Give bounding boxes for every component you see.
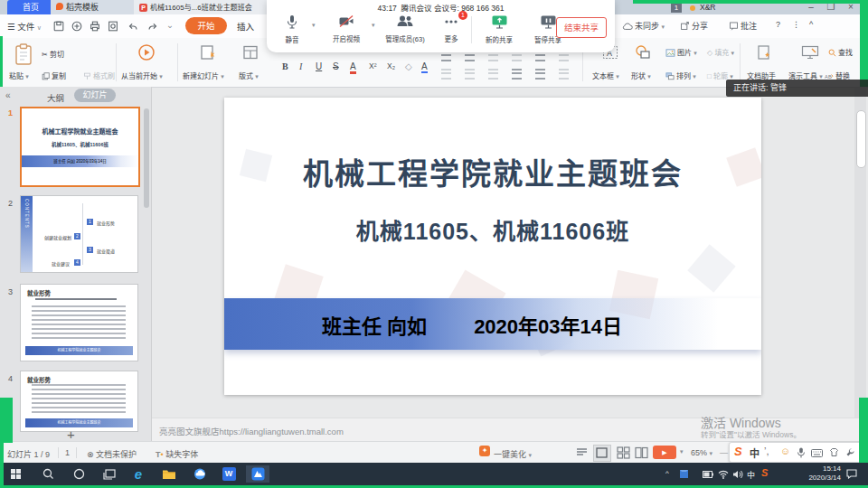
add-slide-button[interactable]: + — [67, 427, 75, 442]
mic-options-caret[interactable]: ▾ — [312, 22, 316, 29]
cloud-sync-button[interactable]: 未同步 ▾ — [622, 20, 665, 32]
pinyin-button[interactable]: A — [421, 61, 428, 73]
notes-view-icon[interactable] — [575, 446, 589, 459]
beautify-button[interactable]: 一键美化 ▾ — [494, 448, 532, 460]
slide-subtitle-text[interactable]: 机械11605、机械11606班 — [224, 213, 761, 246]
layout-button[interactable]: 版式 ▾ — [239, 70, 259, 80]
arrange-button[interactable]: 排列 ▾ — [665, 70, 696, 80]
play-from-current-button[interactable]: 从当前开始 ▾ — [121, 70, 163, 80]
superscript-button[interactable]: X² — [369, 61, 377, 70]
skin-icon[interactable] — [829, 447, 839, 457]
ribbon-tab-start[interactable]: 开始 — [185, 17, 227, 34]
subscript-button[interactable]: X₂ — [387, 61, 395, 70]
print-preview-icon[interactable] — [107, 20, 119, 33]
paste-icon[interactable] — [13, 42, 34, 66]
toolbar-more-caret[interactable]: ⌄ — [166, 20, 174, 30]
edge-button[interactable]: e — [127, 465, 150, 483]
emoji-icon[interactable]: ☺ — [780, 446, 790, 456]
shapes-icon[interactable] — [635, 44, 651, 61]
copy-button[interactable]: 复制 — [42, 70, 66, 80]
protect-status[interactable]: ⊗ 文档未保护 — [87, 448, 137, 460]
strikethrough-button[interactable]: S — [333, 61, 339, 71]
play-caret[interactable]: ▾ — [680, 448, 684, 455]
mute-button[interactable]: 静音 — [274, 14, 310, 44]
voice-input-icon[interactable] — [797, 447, 806, 458]
notification-center-button[interactable] — [843, 465, 861, 483]
slide-footer-bar[interactable]: 班主任 向如 2020年03年14日 — [224, 298, 761, 350]
paste-button[interactable]: 粘贴 ▾ — [9, 70, 29, 80]
ime-indicator[interactable]: 中 — [747, 469, 755, 481]
zoom-level[interactable]: 65% ▾ — [691, 448, 712, 457]
zoom-out-button[interactable]: — — [720, 448, 728, 457]
align-right-icon[interactable] — [488, 69, 498, 80]
paragraph-more-icon[interactable] — [559, 69, 569, 80]
tab-outline[interactable]: 大纲 — [47, 91, 64, 104]
shapes-button[interactable]: 形状 ▾ — [631, 70, 651, 80]
print-icon[interactable] — [89, 20, 101, 33]
columns-icon[interactable] — [535, 69, 545, 80]
comment-button[interactable]: 批注 — [729, 20, 757, 32]
wifi-tray-button[interactable] — [716, 465, 731, 483]
align-left-icon[interactable] — [441, 69, 451, 80]
tab-document[interactable]: P机械11605与...6班就业主题班会 — [134, 0, 282, 14]
cut-button[interactable]: ✂ 剪切 — [42, 49, 64, 59]
ad-text[interactable]: 亮亮图文旗舰店https://liangliangtuwen.tmall.com — [159, 425, 344, 437]
slide-title-text[interactable]: 机械工程学院就业主题班会 — [224, 150, 761, 193]
taskbar-clock[interactable]: 15:142020/3/14 — [788, 465, 841, 483]
manage-members-button[interactable]: 管理成员(63) — [377, 14, 433, 43]
search-button[interactable] — [36, 465, 60, 483]
ribbon-tab-insert[interactable]: 插入 — [237, 20, 254, 33]
toolbox-wrench-icon[interactable] — [845, 447, 855, 457]
picture-button[interactable]: 图片 ▾ — [665, 47, 697, 57]
canvas-scrollbar[interactable] — [854, 87, 866, 418]
keyboard-icon[interactable] — [811, 449, 823, 457]
sogou-logo[interactable]: S — [734, 445, 742, 458]
textbox-button[interactable]: 文本框 ▾ — [592, 70, 619, 80]
help-button[interactable]: ? — [776, 20, 780, 29]
ime-mode-chinese[interactable]: 中 — [750, 446, 760, 460]
undo-icon[interactable] — [127, 20, 139, 33]
underline-button[interactable]: U — [316, 61, 322, 71]
split-view-icon[interactable] — [635, 446, 648, 459]
canvas-scrollbar-thumb[interactable] — [856, 110, 866, 168]
find-button[interactable]: 查找 — [828, 47, 853, 57]
clear-format-button[interactable]: ◇ — [405, 61, 412, 71]
file-explorer-button[interactable] — [157, 465, 181, 483]
font-color-button[interactable]: A — [350, 61, 356, 74]
align-center-icon[interactable] — [465, 69, 475, 80]
video-options-caret[interactable]: ▾ — [372, 22, 375, 29]
sogou-tray-icon[interactable]: S — [761, 467, 768, 478]
video-button[interactable]: 开启视频 — [323, 14, 370, 43]
cloud-app-button[interactable] — [188, 465, 212, 483]
new-slide-button[interactable]: 新建幻灯片 ▾ — [183, 70, 224, 80]
slideshow-play-button[interactable]: ▶ — [653, 446, 676, 459]
missing-font-status[interactable]: T• 缺失字体 — [156, 448, 198, 460]
volume-tray-button[interactable] — [731, 465, 745, 483]
start-button[interactable] — [4, 465, 27, 483]
italic-button[interactable]: I — [299, 61, 302, 71]
justify-icon[interactable] — [512, 69, 522, 80]
slide-sorter-icon[interactable] — [617, 446, 630, 459]
account-name[interactable]: X&R — [700, 3, 715, 12]
cortana-button[interactable] — [67, 465, 90, 483]
save-icon[interactable] — [52, 20, 65, 33]
slide-thumbnail-1[interactable]: 机械工程学院就业主题班会 机械11605、机械11606班 班主任 向如 202… — [20, 107, 140, 187]
tray-expand-button[interactable]: ^ — [665, 469, 669, 477]
slide-thumbnail-3[interactable]: 就业形势 机械工程学院就业主题班会 — [20, 284, 138, 361]
collapse-ribbon-button[interactable]: ^ — [809, 20, 813, 29]
file-menu[interactable]: ☰ 文件 ∨ — [7, 20, 42, 33]
meeting-app-button[interactable] — [246, 465, 269, 483]
redo-icon[interactable] — [146, 20, 159, 33]
battery-tray-button[interactable] — [700, 465, 716, 483]
play-from-current-icon[interactable] — [137, 43, 156, 61]
slide-thumbnail-2[interactable]: CONTENTS 1 就业形势 创建就业规划 2 3 就业渠道 就业建议 4 — [20, 195, 138, 273]
doc-assistant-icon[interactable] — [756, 44, 772, 61]
new-slide-icon[interactable] — [199, 43, 217, 61]
slide-thumbnail-4[interactable]: 就业形势 机械工程学院就业主题班会 — [20, 371, 138, 432]
titlebar-more-button[interactable]: ⋮ — [792, 20, 800, 29]
layout-icon[interactable] — [242, 44, 259, 61]
new-share-button[interactable]: 新的共享 — [476, 14, 522, 44]
present-tools-icon[interactable] — [801, 45, 819, 60]
tab-docker-templates[interactable]: 稻壳模板 — [51, 0, 139, 14]
format-painter-button[interactable]: 格式刷 — [83, 70, 115, 80]
